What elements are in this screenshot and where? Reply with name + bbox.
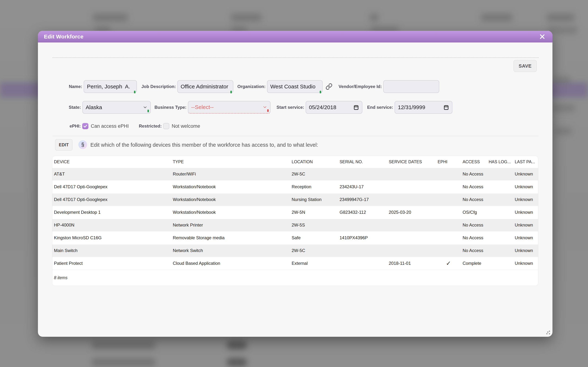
table-cell: Main Switch (52, 248, 173, 253)
job-description-label: Job Description: (136, 80, 176, 93)
table-cell: 2W-5C (292, 171, 340, 176)
column-header[interactable]: TYPE (173, 159, 292, 164)
start-service-date-field[interactable]: 05/24/2018 (306, 101, 362, 114)
organization-valid-indicator (320, 91, 321, 93)
table-cell: 234243U-17 (340, 184, 389, 189)
device-table-row[interactable]: Kingston MicroSD C16GRemovable Storage m… (52, 231, 538, 244)
ephi-checkbox[interactable] (82, 123, 88, 129)
table-cell: No Access (462, 184, 489, 189)
state-selected-value: Alaska (86, 104, 102, 110)
check-icon (83, 124, 87, 128)
restricted-label: Restricted: (118, 123, 162, 129)
ephi-check-icon: ✓ (438, 260, 462, 267)
table-cell: Unknown (515, 248, 538, 253)
table-cell: Router/WiFi (173, 171, 292, 176)
name-field[interactable] (84, 80, 137, 93)
section-divider (52, 136, 539, 136)
dialog-title: Edit Workforce (44, 33, 84, 40)
vendor-id-label: Vendor/Employee Id: (331, 80, 382, 93)
restricted-checkbox[interactable] (163, 123, 169, 129)
table-cell: Unknown (515, 184, 538, 189)
device-table-row[interactable]: Main SwitchNetwork Switch2W-5CNo AccessU… (52, 244, 538, 257)
table-cell: HP-4000N (52, 223, 173, 228)
table-cell: No Access (462, 248, 489, 253)
close-button[interactable] (539, 33, 546, 40)
restricted-checkbox-label: Not welcome (172, 123, 200, 129)
table-cell: Safe (292, 235, 340, 240)
start-service-value: 05/24/2018 (309, 104, 336, 110)
column-header[interactable]: HAS LOG... (489, 159, 515, 164)
section-icon: § (78, 140, 87, 149)
table-cell: 2W-5N (292, 210, 340, 215)
table-cell: Workstation/Notebook (173, 197, 292, 202)
table-cell: G823432-112 (340, 210, 389, 215)
table-cell: Unknown (515, 210, 538, 215)
table-header-row: DEVICETYPELOCATIONSERIAL NO.SERVICE DATE… (52, 156, 538, 168)
business-type-select[interactable]: --Select-- (188, 101, 270, 114)
table-cell: Complete (462, 261, 489, 266)
column-header[interactable]: SERIAL NO. (340, 159, 389, 164)
column-header[interactable]: EPHI (438, 159, 462, 164)
calendar-icon[interactable] (443, 104, 449, 110)
table-cell: Nursing Station (292, 197, 340, 202)
table-cell: Reception (292, 184, 340, 189)
table-body: AT&TRouter/WiFi2W-5CNo AccessUnknownDell… (52, 168, 538, 270)
column-header[interactable]: LOCATION (292, 159, 340, 164)
table-cell: No Access (462, 197, 489, 202)
table-cell: Dell 47D17 Opti-Googlepex (52, 197, 173, 202)
device-table-row[interactable]: Development Desktop 1Workstation/Noteboo… (52, 206, 538, 219)
table-cell: Dell 47D17 Opti-Googlepex (52, 184, 173, 189)
table-cell: No Access (462, 223, 489, 228)
save-button[interactable]: SAVE (513, 60, 537, 72)
table-cell: 1410PX4396P (340, 235, 389, 240)
column-header[interactable]: LAST PA... (515, 159, 538, 164)
edit-devices-button[interactable]: EDIT (55, 139, 73, 151)
state-select[interactable]: Alaska (82, 101, 151, 114)
table-cell: 2W-5C (292, 248, 340, 253)
table-footer: 8 items (52, 270, 538, 286)
devices-instruction-text: Edit which of the following devices this… (90, 139, 318, 151)
dotted-divider (52, 57, 539, 58)
ephi-label: ePHI: (45, 123, 81, 129)
table-cell: Unknown (515, 235, 538, 240)
column-header[interactable]: DEVICE (52, 159, 173, 164)
table-cell: 2025-03-20 (389, 210, 438, 215)
end-service-label: End service: (357, 101, 393, 114)
table-cell: No Access (462, 235, 489, 240)
device-table-row[interactable]: HP-4000NNetwork Printer2W-5SNo AccessUnk… (52, 219, 538, 231)
end-service-date-field[interactable]: 12/31/9999 (395, 101, 452, 114)
end-service-value: 12/31/9999 (398, 104, 425, 110)
table-cell: Cloud Based Application (173, 261, 292, 266)
device-table-row[interactable]: Dell 47D17 Opti-GooglepexWorkstation/Not… (52, 193, 538, 206)
start-service-label: Start service: (268, 101, 304, 114)
column-header[interactable]: ACCESS (462, 159, 489, 164)
organization-field[interactable] (267, 80, 323, 93)
device-table-row[interactable]: AT&TRouter/WiFi2W-5CNo AccessUnknown (52, 168, 538, 180)
state-label: State: (45, 101, 81, 114)
table-cell: No Access (462, 171, 489, 176)
vendor-id-field[interactable] (383, 80, 439, 93)
name-valid-indicator (134, 91, 135, 93)
table-cell: 23499947G-17 (340, 197, 389, 202)
table-cell: Workstation/Notebook (173, 184, 292, 189)
column-header[interactable]: SERVICE DATES (389, 159, 438, 164)
devices-table: DEVICETYPELOCATIONSERIAL NO.SERVICE DATE… (52, 156, 538, 286)
table-cell: Kingston MicroSD C16G (52, 235, 173, 240)
table-cell: Workstation/Notebook (173, 210, 292, 215)
table-cell: Unknown (515, 197, 538, 202)
table-cell: Unknown (515, 261, 538, 266)
table-cell: Unknown (515, 223, 538, 228)
item-count: 8 items (54, 275, 67, 280)
dialog-header[interactable]: Edit Workforce (38, 31, 553, 42)
organization-label: Organization: (224, 80, 266, 93)
table-cell: Network Switch (173, 248, 292, 253)
device-table-row[interactable]: Patient ProtectCloud Based ApplicationEx… (52, 257, 538, 270)
table-cell: AT&T (52, 171, 173, 176)
chevron-down-icon (262, 105, 267, 109)
table-cell: Patient Protect (52, 261, 173, 266)
table-cell: 2018-11-01 (389, 261, 438, 266)
table-cell: Network Printer (173, 223, 292, 228)
business-type-selected-value: --Select-- (191, 104, 214, 110)
table-cell: 2W-5S (292, 223, 340, 228)
device-table-row[interactable]: Dell 47D17 Opti-GooglepexWorkstation/Not… (52, 180, 538, 193)
